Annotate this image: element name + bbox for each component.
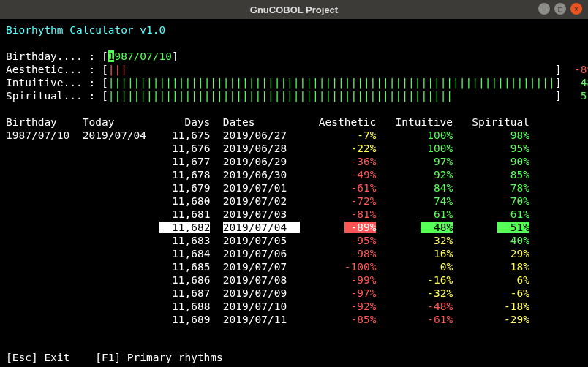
table-row[interactable]: 11,685 2019/07/07 -100% 0% 18% <box>6 261 529 273</box>
cell-aesthetic: -61% <box>344 182 377 194</box>
cell-aesthetic: -100% <box>344 261 377 273</box>
cell-aesthetic: -81% <box>344 208 377 220</box>
cell-date: 2019/07/09 <box>223 287 300 299</box>
cell-intuitive: 32% <box>421 235 453 246</box>
cell-days: 11,685 <box>159 261 211 273</box>
cell-date: 2019/07/05 <box>223 235 300 246</box>
hint-f1[interactable]: [F1] Primary rhythms <box>95 352 223 363</box>
cell-intuitive: 61% <box>421 208 453 220</box>
cell-intuitive: 48% <box>421 222 453 233</box>
cell-days: 11,686 <box>159 274 211 286</box>
cell-intuitive: -61% <box>421 314 453 325</box>
cell-spiritual: 85% <box>497 169 529 181</box>
maximize-icon[interactable]: □ <box>554 3 566 15</box>
rhythm-bar-0: ||| <box>108 64 127 75</box>
table-row[interactable]: 1987/07/10 2019/07/04 11,675 2019/06/27 … <box>6 129 529 141</box>
table-row[interactable]: 11,688 2019/07/10 -92% -48% -18% <box>6 300 529 312</box>
minimize-icon[interactable]: – <box>538 3 550 15</box>
cell-aesthetic: -22% <box>344 143 377 154</box>
cell-days: 11,687 <box>159 287 211 299</box>
cell-date: 2019/07/06 <box>223 248 300 260</box>
cell-aesthetic: -89% <box>344 222 377 233</box>
cell-date: 2019/07/08 <box>223 274 300 286</box>
cell-aesthetic: -97% <box>344 287 377 299</box>
rhythm-label-2: Spiritual... : <box>6 90 102 102</box>
cell-spiritual: 29% <box>497 248 529 260</box>
cell-spiritual: -6% <box>497 287 529 299</box>
cell-aesthetic: -98% <box>344 248 377 260</box>
cell-intuitive: 97% <box>421 156 453 167</box>
cell-days: 11,677 <box>159 156 211 167</box>
titlebar[interactable]: GnuCOBOL Project – □ × <box>0 0 588 19</box>
cell-intuitive: -48% <box>421 300 453 312</box>
cell-aesthetic: -7% <box>344 129 377 141</box>
cell-aesthetic: -95% <box>344 235 377 246</box>
rhythm-pct-1: 48% <box>568 77 588 88</box>
cell-days: 11,676 <box>159 143 211 154</box>
cell-spiritual: -29% <box>497 314 529 325</box>
terminal[interactable]: Biorhythm Calculator v1.0 Birthday.... :… <box>0 19 588 367</box>
rhythm-bar-1: ||||||||||||||||||||||||||||||||||||||||… <box>108 77 555 88</box>
cell-date: 2019/07/01 <box>223 182 300 194</box>
cell-intuitive: 74% <box>421 195 453 207</box>
rhythm-pct-0: -89% <box>568 64 588 75</box>
hint-esc[interactable]: [Esc] Exit <box>6 352 95 363</box>
table-row[interactable]: 11,686 2019/07/08 -99% -16% 6% <box>6 274 529 286</box>
birthday-value: 987/07/10 <box>114 50 172 62</box>
app-title: Biorhythm Calculator v1.0 <box>6 24 165 36</box>
table-row[interactable]: 11,678 2019/06/30 -49% 92% 85% <box>6 169 529 181</box>
rhythm-label-0: Aesthetic... : <box>6 64 102 75</box>
cell-date: 2019/06/27 <box>223 129 300 141</box>
cell-spiritual: 6% <box>497 274 529 286</box>
cell-intuitive: -16% <box>421 274 453 286</box>
cell-date: 2019/07/04 <box>223 222 300 233</box>
rhythm-pct-2: 51% <box>568 90 588 102</box>
cell-days: 11,678 <box>159 169 211 181</box>
cell-spiritual: 90% <box>497 156 529 167</box>
app-window: GnuCOBOL Project – □ × Biorhythm Calcula… <box>0 0 588 367</box>
table-row[interactable]: 11,680 2019/07/02 -72% 74% 70% <box>6 195 529 207</box>
cell-days: 11,675 <box>159 129 211 141</box>
cell-date: 2019/06/30 <box>223 169 300 181</box>
cell-spiritual: 95% <box>497 143 529 154</box>
close-icon[interactable]: × <box>570 3 582 15</box>
table-row[interactable]: 11,687 2019/07/09 -97% -32% -6% <box>6 287 529 299</box>
cell-days: 11,679 <box>159 182 211 194</box>
cell-date: 2019/06/28 <box>223 143 300 154</box>
cell-spiritual: 98% <box>497 129 529 141</box>
table-row[interactable]: 11,682 2019/07/04 -89% 48% 51% <box>6 222 529 233</box>
table-row[interactable]: 11,684 2019/07/06 -98% 16% 29% <box>6 248 529 260</box>
table-row[interactable]: 11,677 2019/06/29 -36% 97% 90% <box>6 156 529 167</box>
table-row[interactable]: 11,676 2019/06/28 -22% 100% 95% <box>6 143 529 154</box>
cell-aesthetic: -99% <box>344 274 377 286</box>
birthday-label: Birthday.... : <box>6 50 102 62</box>
table-row[interactable]: 11,683 2019/07/05 -95% 32% 40% <box>6 235 529 246</box>
rhythm-bar-2: ||||||||||||||||||||||||||||||||||||||||… <box>108 90 453 102</box>
window-controls: – □ × <box>538 3 582 15</box>
cell-aesthetic: -49% <box>344 169 377 181</box>
cell-intuitive: 16% <box>421 248 453 260</box>
cell-days: 11,683 <box>159 235 211 246</box>
cell-intuitive: 0% <box>421 261 453 273</box>
cell-days: 11,680 <box>159 195 211 207</box>
cell-days: 11,681 <box>159 208 211 220</box>
cell-date: 2019/06/29 <box>223 156 300 167</box>
cell-date: 2019/07/03 <box>223 208 300 220</box>
window-title: GnuCOBOL Project <box>0 4 588 15</box>
cell-spiritual: 40% <box>497 235 529 246</box>
cell-intuitive: 100% <box>421 129 453 141</box>
cell-date: 2019/07/07 <box>223 261 300 273</box>
cell-spiritual: 51% <box>497 222 529 233</box>
cell-days: 11,688 <box>159 300 211 312</box>
cell-days: 11,682 <box>159 222 211 233</box>
rhythm-label-1: Intuitive... : <box>6 77 102 88</box>
cell-spiritual: 70% <box>497 195 529 207</box>
cell-spiritual: 78% <box>497 182 529 194</box>
table-header: Birthday Today Days Dates Aesthetic Intu… <box>6 116 529 128</box>
cell-aesthetic: -72% <box>344 195 377 207</box>
cell-intuitive: -32% <box>421 287 453 299</box>
table-row[interactable]: 11,679 2019/07/01 -61% 84% 78% <box>6 182 529 194</box>
table-row[interactable]: 11,681 2019/07/03 -81% 61% 61% <box>6 208 529 220</box>
table-row[interactable]: 11,689 2019/07/11 -85% -61% -29% <box>6 314 529 325</box>
cell-date: 2019/07/10 <box>223 300 300 312</box>
